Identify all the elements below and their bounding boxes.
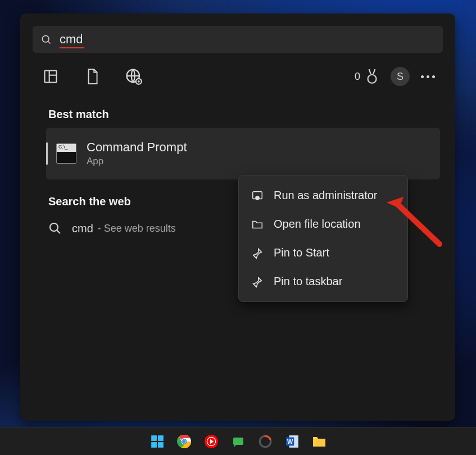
pin-to-start[interactable]: Pin to Start: [239, 238, 407, 267]
documents-filter-icon[interactable]: [82, 66, 102, 87]
svg-rect-15: [151, 442, 157, 448]
word-icon[interactable]: W: [284, 434, 300, 449]
pin-to-taskbar[interactable]: Pin to taskbar: [239, 267, 407, 296]
web-suffix: - See web results: [98, 223, 176, 235]
best-match-result[interactable]: Command Prompt App: [46, 128, 440, 179]
context-menu: Run as administrator Open file location …: [238, 175, 408, 302]
svg-rect-29: [313, 439, 325, 447]
search-panel: cmd 0 S Best match Command Prompt App: [20, 13, 455, 421]
svg-rect-16: [158, 442, 164, 448]
open-file-location[interactable]: Open file location: [239, 210, 407, 238]
folder-icon: [251, 218, 264, 231]
command-prompt-icon: [56, 143, 76, 164]
svg-rect-13: [151, 435, 157, 441]
svg-line-9: [57, 230, 60, 233]
svg-rect-2: [45, 71, 57, 83]
file-explorer-icon[interactable]: [311, 434, 327, 449]
more-options-icon[interactable]: [421, 75, 435, 78]
points-count: 0: [355, 71, 360, 83]
apps-filter-icon[interactable]: [40, 66, 61, 87]
best-match-heading: Best match: [48, 108, 443, 121]
search-icon: [48, 222, 62, 235]
svg-point-0: [42, 35, 49, 42]
run-as-administrator[interactable]: Run as administrator: [239, 181, 407, 210]
search-box[interactable]: cmd: [33, 26, 443, 53]
svg-point-7: [368, 75, 377, 83]
svg-line-1: [48, 42, 51, 44]
result-subtitle: App: [87, 156, 187, 167]
svg-rect-14: [158, 435, 164, 441]
result-title: Command Prompt: [87, 141, 187, 154]
user-avatar[interactable]: S: [391, 67, 410, 86]
web-term: cmd: [72, 222, 93, 235]
spellcheck-underline: [60, 47, 84, 48]
svg-point-8: [50, 223, 58, 231]
filter-row: 0 S: [33, 61, 443, 92]
search-query-text: cmd: [60, 33, 83, 46]
rewards-points[interactable]: 0: [355, 68, 379, 85]
chat-icon[interactable]: [230, 434, 246, 449]
web-filter-icon[interactable]: [124, 66, 144, 87]
medal-icon: [365, 68, 379, 85]
svg-text:W: W: [287, 438, 293, 445]
loading-icon[interactable]: [257, 434, 273, 449]
chrome-icon[interactable]: [176, 434, 192, 449]
svg-rect-24: [233, 438, 243, 445]
svg-point-20: [183, 440, 185, 443]
pin-icon: [251, 276, 264, 288]
pin-icon: [251, 247, 264, 259]
start-button[interactable]: [149, 434, 165, 449]
taskbar: W: [0, 427, 476, 455]
admin-shield-icon: [251, 190, 264, 202]
youtube-music-icon[interactable]: [203, 434, 219, 449]
search-icon: [40, 34, 52, 45]
